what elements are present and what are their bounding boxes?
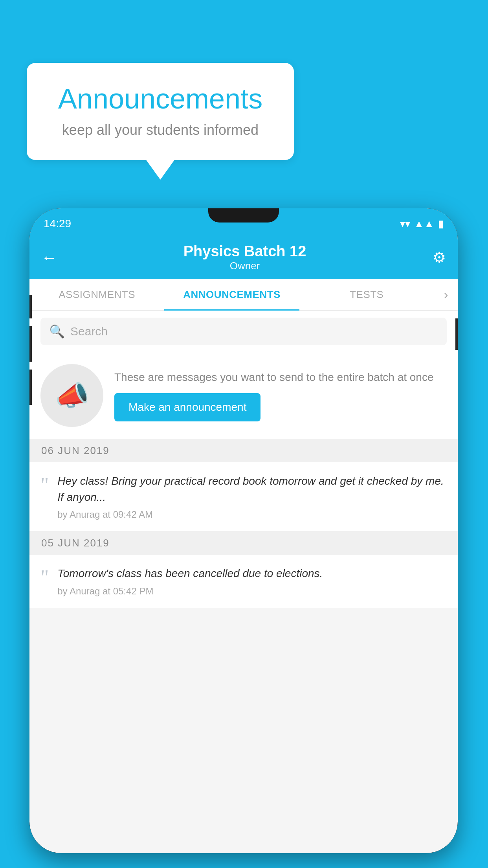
megaphone-circle: 📣: [40, 364, 103, 427]
phone-frame: 14:29 ▾▾ ▲▲ ▮ ← Physics Batch 12 Owner ⚙…: [29, 208, 458, 853]
header-center: Physics Batch 12 Owner: [183, 243, 306, 272]
make-announcement-button[interactable]: Make an announcement: [114, 393, 261, 421]
megaphone-icon: 📣: [55, 379, 89, 412]
announcement-content-1: Hey class! Bring your practical record b…: [57, 473, 447, 520]
search-bar: 🔍 Search: [29, 311, 458, 352]
announcement-by-1: by Anurag at 09:42 AM: [57, 509, 447, 520]
phone-mute-button: [29, 295, 32, 318]
header-title: Physics Batch 12: [183, 243, 306, 260]
date-text-1: 06 JUN 2019: [41, 445, 110, 457]
status-time: 14:29: [44, 217, 71, 230]
announcement-item-2[interactable]: " Tomorrow's class has been cancelled du…: [29, 555, 458, 608]
announce-description: These are messages you want to send to t…: [114, 370, 447, 385]
announcement-by-2: by Anurag at 05:42 PM: [57, 586, 447, 597]
header-subtitle: Owner: [183, 260, 306, 272]
search-icon: 🔍: [49, 324, 65, 339]
announce-prompt: 📣 These are messages you want to send to…: [29, 352, 458, 439]
tab-assignments[interactable]: ASSIGNMENTS: [29, 280, 164, 311]
status-icons: ▾▾ ▲▲ ▮: [400, 218, 444, 230]
back-button[interactable]: ←: [41, 249, 57, 267]
announcement-text-1: Hey class! Bring your practical record b…: [57, 473, 447, 505]
announcement-content-2: Tomorrow's class has been cancelled due …: [57, 566, 447, 597]
search-input-wrapper[interactable]: 🔍 Search: [40, 318, 447, 345]
announce-right: These are messages you want to send to t…: [114, 370, 447, 421]
gear-icon[interactable]: ⚙: [433, 249, 446, 266]
speech-bubble-arrow: [146, 160, 174, 180]
speech-bubble-title: Announcements: [50, 83, 270, 115]
tab-announcements[interactable]: ANNOUNCEMENTS: [164, 280, 299, 311]
date-text-2: 05 JUN 2019: [41, 537, 110, 549]
phone-inner: 14:29 ▾▾ ▲▲ ▮ ← Physics Batch 12 Owner ⚙…: [29, 208, 458, 853]
tabs-bar: ASSIGNMENTS ANNOUNCEMENTS TESTS ›: [29, 279, 458, 311]
phone-volume-down-button: [29, 370, 32, 405]
wifi-icon: ▾▾: [400, 218, 410, 230]
phone-volume-up-button: [29, 326, 32, 362]
date-separator-2: 05 JUN 2019: [29, 531, 458, 555]
phone-notch: [208, 208, 279, 223]
search-input[interactable]: Search: [70, 325, 108, 338]
tab-more-icon[interactable]: ›: [434, 279, 458, 310]
quote-icon-1: ": [40, 475, 49, 520]
date-separator-1: 06 JUN 2019: [29, 439, 458, 462]
announcement-text-2: Tomorrow's class has been cancelled due …: [57, 566, 447, 582]
app-header: ← Physics Batch 12 Owner ⚙: [29, 236, 458, 279]
speech-bubble-subtitle: keep all your students informed: [50, 122, 270, 138]
speech-bubble: Announcements keep all your students inf…: [27, 63, 294, 160]
tab-tests[interactable]: TESTS: [299, 280, 434, 311]
phone-power-button: [455, 318, 458, 350]
announcement-item-1[interactable]: " Hey class! Bring your practical record…: [29, 462, 458, 531]
speech-bubble-container: Announcements keep all your students inf…: [27, 63, 294, 180]
quote-icon-2: ": [40, 567, 49, 597]
signal-icon: ▲▲: [414, 218, 434, 230]
battery-icon: ▮: [438, 218, 444, 230]
